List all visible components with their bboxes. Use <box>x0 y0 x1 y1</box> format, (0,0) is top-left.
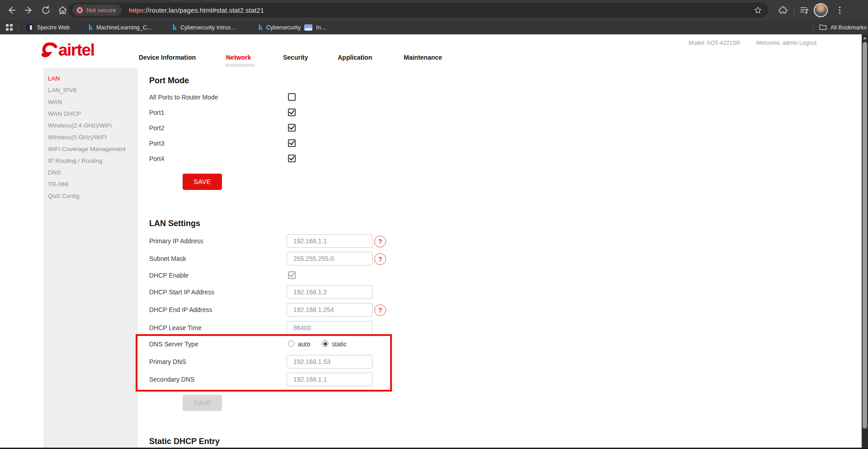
dns-server-type-label: DNS Server Type <box>149 340 198 348</box>
port2-checkbox[interactable] <box>288 124 296 132</box>
subnet-mask-help-icon[interactable]: ? <box>374 253 386 265</box>
bookmark-spectre-web[interactable]: Spectre Web <box>26 22 70 33</box>
port-mode-title: Port Mode <box>149 76 189 85</box>
url-scheme: https <box>129 7 143 14</box>
scrollbar-up-arrow-icon[interactable] <box>863 37 867 39</box>
kaggle-favicon: k <box>259 24 263 31</box>
sidebar-item-lan[interactable]: LAN <box>48 73 60 85</box>
browser-window: Not secure https://router.lan/pages.html… <box>0 0 868 449</box>
browser-toolbar: Not secure https://router.lan/pages.html… <box>0 0 868 20</box>
subnet-mask-label: Subnet Mask <box>149 255 186 262</box>
dhcp-enable-label: DHCP Enable <box>149 272 189 279</box>
dhcp-lease-label: DHCP Lease Time <box>149 324 202 331</box>
welcome-label: Welcome, admin <box>756 40 798 46</box>
url-rest: ://router.lan/pages.html#stat.stat2.stat… <box>144 7 264 14</box>
logout-link[interactable]: Logout <box>799 40 816 46</box>
bookmark-label: Spectre Web <box>37 24 70 31</box>
bookmark-label: MachineLearning_C... <box>96 24 151 31</box>
bookmark-label-suffix: In... <box>316 24 326 31</box>
bookmark-star-icon[interactable] <box>754 6 762 14</box>
sidebar-item-wifi-coverage[interactable]: WiFi Coverage Management <box>48 143 126 155</box>
toolbar-separator <box>794 5 794 15</box>
subnet-mask-input[interactable] <box>287 252 373 265</box>
profile-avatar[interactable] <box>814 3 828 17</box>
port3-checkbox[interactable] <box>288 139 296 147</box>
forward-icon[interactable] <box>24 5 34 15</box>
all-ports-label: All Ports to Router Mode <box>149 94 218 101</box>
dns-static-label: static <box>332 340 347 348</box>
sidebar-item-wireless-24[interactable]: Wireless(2.4 GHz)/WiFi <box>48 120 112 132</box>
dns-auto-label: auto <box>298 340 310 348</box>
bookmarks-right-separator <box>813 23 813 31</box>
spectre-favicon <box>26 24 33 31</box>
dhcp-start-input[interactable] <box>287 285 373 299</box>
port1-label: Port1 <box>149 109 164 116</box>
dhcp-end-label: DHCP End IP Address <box>149 306 212 313</box>
sidebar-item-wireless-5[interactable]: Wireless(5 GHz)/WiFi <box>48 132 107 143</box>
dhcp-end-help-icon[interactable]: ? <box>374 304 386 316</box>
static-dhcp-title: Static DHCP Entry <box>149 437 220 446</box>
bookmarks-separator <box>18 23 19 31</box>
tab-network[interactable]: Network <box>226 54 251 61</box>
sidebar-item-dns[interactable]: DNS <box>48 167 61 179</box>
all-bookmarks-label: All Bookmarks <box>830 24 867 31</box>
back-icon[interactable] <box>6 5 17 15</box>
bookmark-machinelearning[interactable]: k MachineLearning_C... <box>89 22 151 33</box>
page-scrollbar[interactable] <box>862 34 868 449</box>
all-ports-checkbox[interactable] <box>288 93 296 101</box>
all-bookmarks-button[interactable]: All Bookmarks <box>819 22 867 33</box>
port2-label: Port2 <box>149 124 164 132</box>
home-icon[interactable] <box>57 5 68 15</box>
bookmark-cybersecurity-in[interactable]: k Cybersecurity In... <box>259 22 326 33</box>
primary-dns-label: Primary DNS <box>149 358 186 365</box>
airtel-swoosh-icon <box>42 43 58 58</box>
sidebar-item-ip-routing[interactable]: IP Routing / Routing <box>48 155 103 167</box>
dhcp-end-input[interactable] <box>287 303 373 317</box>
image-thumbnail-icon <box>304 24 312 31</box>
sidebar-item-tr069[interactable]: TR-069 <box>48 179 68 190</box>
not-secure-icon <box>76 7 83 14</box>
dhcp-start-label: DHCP Start IP Address <box>149 288 214 296</box>
bookmarks-bar: Spectre Web k MachineLearning_C... k Cyb… <box>0 20 868 34</box>
secondary-dns-input[interactable] <box>287 373 373 386</box>
primary-ip-help-icon[interactable]: ? <box>374 236 386 247</box>
tab-security[interactable]: Security <box>283 54 308 61</box>
port1-checkbox[interactable] <box>288 109 296 116</box>
dhcp-lease-input[interactable] <box>287 321 373 335</box>
sidebar-item-qos[interactable]: QoS Config <box>48 190 80 202</box>
sidebar-item-lan-ipv6[interactable]: LAN_IPV6 <box>48 85 76 96</box>
airtel-logo: airtel <box>58 41 94 60</box>
not-secure-label: Not secure <box>86 7 116 14</box>
kaggle-favicon: k <box>89 24 93 31</box>
port4-checkbox[interactable] <box>288 155 296 162</box>
tab-application[interactable]: Application <box>338 54 372 61</box>
url-text: https://router.lan/pages.html#stat.stat2… <box>129 7 264 14</box>
kaggle-favicon: k <box>173 24 177 31</box>
bookmark-cybersecurity-intrus[interactable]: k Cybersecurity Intrus... <box>173 22 235 33</box>
tab-device-information[interactable]: Device Information <box>139 54 196 61</box>
address-bar[interactable]: Not secure https://router.lan/pages.html… <box>69 3 769 18</box>
dhcp-enable-checkbox[interactable] <box>288 271 296 279</box>
dns-auto-radio[interactable] <box>288 340 294 347</box>
extensions-icon[interactable] <box>778 5 789 15</box>
primary-ip-input[interactable] <box>287 234 373 248</box>
apps-grid-icon[interactable] <box>5 24 13 31</box>
tab-maintenance[interactable]: Maintenance <box>404 54 442 61</box>
kebab-menu-icon[interactable] <box>835 5 845 15</box>
primary-dns-input[interactable] <box>287 355 373 369</box>
port4-label: Port4 <box>149 155 164 162</box>
port-mode-save-button[interactable]: SAVE <box>183 174 222 190</box>
media-controls-icon[interactable] <box>799 5 810 15</box>
not-secure-badge[interactable]: Not secure <box>72 5 122 16</box>
sidebar-item-wan-dhcp[interactable]: WAN DHCP <box>48 108 81 120</box>
bookmark-label: Cybersecurity <box>266 24 301 31</box>
sidebar: LAN LAN_IPV6 WAN WAN DHCP Wireless(2.4 G… <box>43 68 138 449</box>
dns-static-radio[interactable] <box>322 340 328 347</box>
model-label: Model: AOT-4221SR <box>689 40 741 46</box>
primary-ip-label: Primary IP Address <box>149 237 203 245</box>
sidebar-item-wan[interactable]: WAN <box>48 96 62 108</box>
reload-icon[interactable] <box>41 5 51 15</box>
lan-save-button[interactable]: SAVE <box>183 395 222 411</box>
scrollbar-thumb[interactable] <box>863 42 867 429</box>
port3-label: Port3 <box>149 140 164 147</box>
